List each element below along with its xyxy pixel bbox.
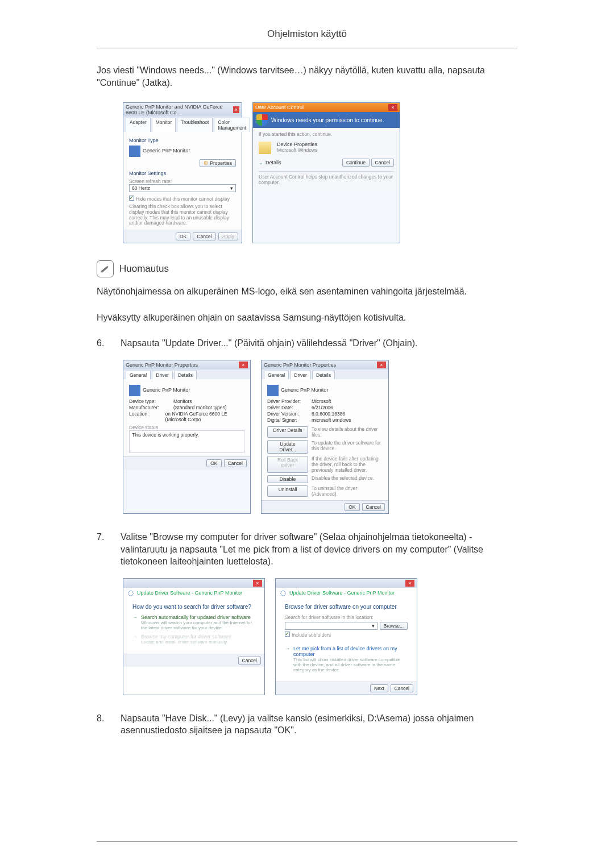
breadcrumb: Update Driver Software - Generic PnP Mon…	[289, 590, 395, 596]
next-button[interactable]: Next	[370, 684, 388, 692]
ok-button[interactable]: OK	[176, 232, 190, 240]
step-7: 7. Valitse "Browse my computer for drive…	[97, 531, 517, 568]
cancel-button[interactable]: Cancel	[391, 684, 413, 692]
device-status-box: This device is working properly.	[129, 430, 244, 453]
monitor-name: Generic PnP Monitor	[143, 148, 190, 154]
window-title: Generic PnP Monitor and NVIDIA GeForce 6…	[126, 104, 233, 115]
tab-general[interactable]: General	[126, 371, 151, 379]
details-toggle[interactable]: Details	[265, 160, 281, 165]
cancel-button[interactable]: Cancel	[224, 459, 247, 467]
monitor-properties-dialog: Generic PnP Monitor and NVIDIA GeForce 6…	[123, 102, 242, 243]
option-title: Browse my computer for driver software	[141, 634, 231, 639]
disable-button[interactable]: Disable	[267, 475, 308, 483]
cancel-button[interactable]: Cancel	[193, 232, 215, 240]
tab-adapter[interactable]: Adapter	[126, 118, 151, 132]
chevron-down-icon: ▾	[372, 623, 375, 629]
chevron-down-icon: ▾	[230, 185, 233, 191]
chevron-down-icon[interactable]: ⌄	[259, 160, 263, 165]
value: 6/21/2006	[312, 405, 333, 410]
tab-driver[interactable]: Driver	[290, 371, 311, 379]
option-title: Let me pick from a list of device driver…	[293, 646, 408, 657]
back-icon[interactable]: ◯	[128, 590, 134, 596]
close-icon[interactable]: ×	[239, 362, 248, 368]
ok-button[interactable]: OK	[345, 503, 359, 511]
close-icon[interactable]: ×	[253, 580, 262, 587]
step-number: 8.	[97, 712, 113, 737]
search-location-label: Search for driver software in this locat…	[285, 614, 408, 620]
arrow-icon: →	[132, 634, 138, 645]
cancel-button[interactable]: Cancel	[362, 503, 385, 511]
apply-button[interactable]: Apply	[218, 232, 238, 240]
step-number: 7.	[97, 531, 113, 568]
browse-button[interactable]: Browse...	[380, 622, 408, 630]
cancel-button[interactable]: Cancel	[238, 657, 261, 665]
window-title: Generic PnP Monitor Properties	[126, 362, 198, 368]
uac-footer-text: User Account Control helps stop unauthor…	[259, 174, 394, 185]
driver-details-desc: To view details about the driver files.	[312, 426, 383, 438]
note-block: Huomautus	[97, 260, 517, 277]
option-pick-from-list[interactable]: → Let me pick from a list of device driv…	[285, 646, 408, 672]
monitor-icon	[267, 385, 279, 396]
cancel-button[interactable]: Cancel	[371, 159, 394, 167]
value: on NVIDIA GeForce 6600 LE (Microsoft Cor…	[165, 411, 244, 422]
back-icon[interactable]: ◯	[280, 590, 286, 596]
device-status-heading: Device status	[129, 425, 244, 430]
tab-general[interactable]: General	[264, 371, 289, 379]
value: microsoft windows	[312, 417, 351, 423]
program-name: Device Properties	[277, 142, 317, 147]
hide-modes-desc: Clearing this check box allows you to se…	[129, 204, 236, 226]
step-6: 6. Napsauta "Update Driver..." (Päivitä …	[97, 337, 517, 350]
label: Location:	[129, 411, 162, 422]
ok-button[interactable]: OK	[206, 459, 221, 467]
uninstall-button[interactable]: Uninstall	[267, 485, 308, 497]
device-name: Generic PnP Monitor	[281, 387, 328, 393]
tab-monitor[interactable]: Monitor	[152, 118, 176, 132]
path-input[interactable]: ▾	[285, 622, 377, 630]
publisher-name: Microsoft Windows	[277, 147, 317, 153]
close-icon[interactable]: ×	[405, 580, 414, 587]
page-title: Ohjelmiston käyttö	[97, 28, 517, 40]
refresh-rate-select[interactable]: 60 Hertz▾	[129, 184, 236, 192]
footer-rule	[97, 841, 517, 842]
monitor-icon	[129, 385, 140, 396]
option-desc: Windows will search your computer and th…	[141, 620, 255, 630]
tab-color-management[interactable]: Color Management	[214, 118, 250, 132]
tab-troubleshoot[interactable]: Troubleshoot	[177, 118, 213, 132]
close-icon[interactable]: ×	[388, 104, 397, 111]
rollback-driver-button[interactable]: Roll Back Driver	[267, 456, 308, 473]
option-desc: This list will show installed driver sof…	[293, 657, 408, 672]
option-title: Search automatically for updated driver …	[141, 614, 255, 620]
step-text: Valitse "Browse my computer for driver s…	[121, 531, 517, 568]
tab-driver[interactable]: Driver	[152, 371, 173, 379]
tab-details[interactable]: Details	[312, 371, 335, 379]
tabstrip: Adapter Monitor Troubleshoot Color Manag…	[123, 117, 242, 132]
option-auto-search[interactable]: → Search automatically for updated drive…	[132, 614, 255, 630]
header-rule	[97, 48, 517, 48]
uninstall-desc: To uninstall the driver (Advanced).	[312, 485, 383, 497]
label: Driver Provider:	[267, 398, 308, 404]
option-desc: Locate and install driver software manua…	[141, 639, 231, 645]
close-icon[interactable]: ×	[233, 106, 239, 113]
tab-details[interactable]: Details	[174, 371, 197, 379]
step-number: 6.	[97, 337, 113, 350]
option-browse-computer[interactable]: → Browse my computer for driver software…	[132, 634, 255, 645]
label: Driver Version:	[267, 411, 308, 417]
value: 6.0.6000.16386	[312, 411, 345, 417]
hide-modes-checkbox[interactable]	[129, 196, 134, 201]
close-icon[interactable]: ×	[377, 362, 386, 368]
started-text: If you started this action, continue.	[259, 131, 394, 137]
properties-button[interactable]: ⛨ Properties	[200, 159, 236, 167]
label: Digital Signer:	[267, 417, 308, 423]
arrow-icon: →	[285, 646, 290, 672]
include-subfolders-checkbox[interactable]	[285, 632, 290, 637]
arrow-icon: →	[132, 614, 138, 630]
window-title: User Account Control	[255, 105, 304, 110]
rollback-driver-desc: If the device fails after updating the d…	[312, 456, 383, 473]
driver-details-button[interactable]: Driver Details	[267, 426, 308, 438]
label: Manufacturer:	[129, 405, 170, 410]
titlebar: Generic PnP Monitor Properties ×	[262, 360, 388, 369]
update-driver-button[interactable]: Update Driver...	[267, 440, 308, 454]
monitor-icon	[129, 146, 140, 157]
figure-row-1: Generic PnP Monitor and NVIDIA GeForce 6…	[123, 102, 517, 243]
continue-button[interactable]: Continue	[342, 159, 370, 167]
